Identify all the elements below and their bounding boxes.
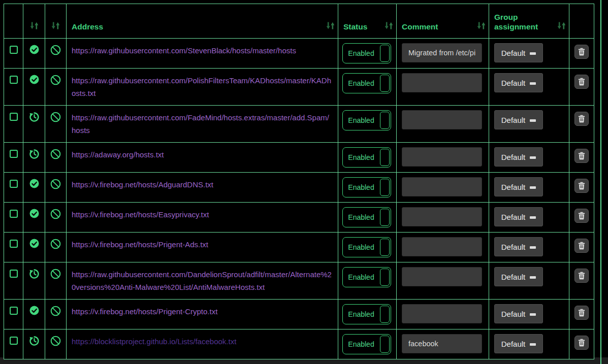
group-assignment-cell: Default	[489, 69, 569, 106]
adlist-address-link[interactable]: https://blocklistproject.github.io/Lists…	[72, 335, 333, 348]
status-toggle[interactable]: Enabled	[342, 334, 391, 354]
group-assignment-select[interactable]: Default	[494, 207, 543, 226]
comment-input[interactable]	[402, 237, 482, 256]
comment-cell	[397, 106, 489, 143]
dropdown-caret-icon	[530, 186, 536, 189]
row-select-cell	[4, 69, 23, 106]
adlist-address-link[interactable]: https://raw.githubusercontent.com/Steven…	[72, 44, 333, 57]
comment-input[interactable]	[402, 73, 482, 92]
block-cell	[45, 39, 67, 69]
comment-input[interactable]	[402, 207, 482, 226]
row-select-cell	[4, 39, 23, 69]
column-header-comment[interactable]: Comment	[397, 4, 489, 39]
update-status-cell	[23, 39, 45, 69]
comment-input[interactable]	[402, 334, 482, 353]
comment-cell	[397, 39, 489, 69]
adlist-address-link[interactable]: https://raw.githubusercontent.com/FadeMi…	[72, 111, 333, 137]
group-assignment-select[interactable]: Default	[494, 177, 543, 196]
comment-input[interactable]	[402, 43, 482, 62]
ban-icon	[50, 209, 61, 219]
row-select-cell	[4, 300, 23, 329]
group-assignment-select[interactable]: Default	[494, 237, 543, 256]
group-assignment-select[interactable]: Default	[494, 267, 543, 286]
row-checkbox[interactable]	[10, 270, 18, 278]
comment-input[interactable]	[402, 177, 482, 196]
adlist-address-link[interactable]: https://v.firebog.net/hosts/Easyprivacy.…	[72, 208, 333, 221]
actions-cell	[569, 106, 594, 143]
group-assignment-select[interactable]: Default	[494, 304, 543, 323]
sort-arrows-icon	[326, 22, 335, 29]
comment-input[interactable]	[402, 147, 482, 167]
column-header-group-assignment[interactable]: Group assignment	[489, 4, 569, 39]
table-row: https://v.firebog.net/hosts/Prigent-Ads.…	[4, 233, 594, 262]
row-checkbox[interactable]	[10, 210, 18, 218]
status-toggle[interactable]: Enabled	[342, 237, 391, 257]
delete-adlist-button[interactable]	[574, 306, 589, 320]
group-assignment-select[interactable]: Default	[494, 110, 543, 129]
table-row: https://v.firebog.net/hosts/AdguardDNS.t…	[4, 173, 594, 203]
status-cell: Enabled	[338, 106, 397, 143]
delete-adlist-button[interactable]	[574, 75, 589, 89]
delete-adlist-button[interactable]	[574, 209, 589, 223]
toggle-handle-icon	[380, 45, 390, 62]
row-checkbox[interactable]	[10, 307, 18, 315]
row-checkbox[interactable]	[10, 180, 18, 188]
delete-adlist-button[interactable]	[574, 149, 589, 163]
status-toggle[interactable]: Enabled	[342, 43, 391, 63]
column-header-status[interactable]: Status	[338, 4, 397, 39]
delete-adlist-button[interactable]	[574, 336, 589, 350]
column-header-block[interactable]	[45, 4, 67, 39]
row-checkbox[interactable]	[10, 337, 18, 345]
delete-adlist-button[interactable]	[574, 45, 589, 59]
status-toggle[interactable]: Enabled	[342, 147, 391, 168]
delete-adlist-button[interactable]	[574, 239, 589, 253]
adlist-address-link[interactable]: https://v.firebog.net/hosts/AdguardDNS.t…	[72, 178, 333, 191]
adlist-address-link[interactable]: https://v.firebog.net/hosts/Prigent-Cryp…	[72, 305, 333, 318]
adlist-address-link[interactable]: https://raw.githubusercontent.com/Polish…	[72, 74, 333, 100]
status-toggle-label: Enabled	[348, 213, 374, 221]
update-status-cell	[23, 106, 45, 143]
status-toggle[interactable]: Enabled	[342, 304, 391, 324]
status-toggle-label: Enabled	[348, 340, 374, 348]
status-toggle[interactable]: Enabled	[342, 110, 391, 130]
row-checkbox[interactable]	[10, 76, 18, 84]
row-select-cell	[4, 106, 23, 143]
group-assignment-value: Default	[501, 153, 526, 161]
delete-adlist-button[interactable]	[574, 179, 589, 193]
adlist-address-link[interactable]: https://v.firebog.net/hosts/Prigent-Ads.…	[72, 238, 333, 251]
address-cell: https://raw.githubusercontent.com/Dandel…	[67, 262, 338, 300]
status-toggle[interactable]: Enabled	[342, 267, 391, 287]
ban-icon	[50, 45, 61, 55]
status-cell: Enabled	[338, 203, 397, 233]
comment-input[interactable]	[402, 304, 482, 323]
delete-adlist-button[interactable]	[574, 269, 589, 283]
ban-icon	[50, 306, 61, 316]
group-assignment-select[interactable]: Default	[494, 334, 543, 353]
group-assignment-select[interactable]: Default	[494, 147, 543, 167]
row-checkbox[interactable]	[10, 150, 18, 158]
comment-input[interactable]	[402, 110, 482, 129]
comment-cell	[397, 300, 489, 329]
toggle-handle-icon	[380, 75, 390, 92]
group-assignment-select[interactable]: Default	[494, 43, 543, 62]
status-toggle[interactable]: Enabled	[342, 73, 391, 93]
status-toggle[interactable]: Enabled	[342, 177, 391, 197]
sort-arrows-icon	[385, 22, 393, 29]
adlist-table-header: Address Status Comme	[4, 4, 594, 39]
adlist-address-link[interactable]: https://raw.githubusercontent.com/Dandel…	[72, 268, 333, 293]
status-toggle[interactable]: Enabled	[342, 207, 391, 227]
ban-icon	[50, 149, 61, 159]
comment-cell	[397, 262, 489, 300]
row-checkbox[interactable]	[10, 240, 18, 248]
comment-input[interactable]	[402, 267, 482, 286]
comment-cell	[397, 329, 489, 359]
column-header-update-status[interactable]	[23, 4, 45, 39]
row-checkbox[interactable]	[10, 46, 18, 54]
delete-adlist-button[interactable]	[574, 112, 589, 126]
column-header-address[interactable]: Address	[67, 4, 338, 39]
group-assignment-select[interactable]: Default	[494, 73, 543, 92]
row-checkbox[interactable]	[10, 113, 18, 121]
adlist-address-link[interactable]: https://adaway.org/hosts.txt	[72, 148, 333, 161]
comment-cell	[397, 203, 489, 233]
dropdown-caret-icon	[530, 343, 536, 346]
